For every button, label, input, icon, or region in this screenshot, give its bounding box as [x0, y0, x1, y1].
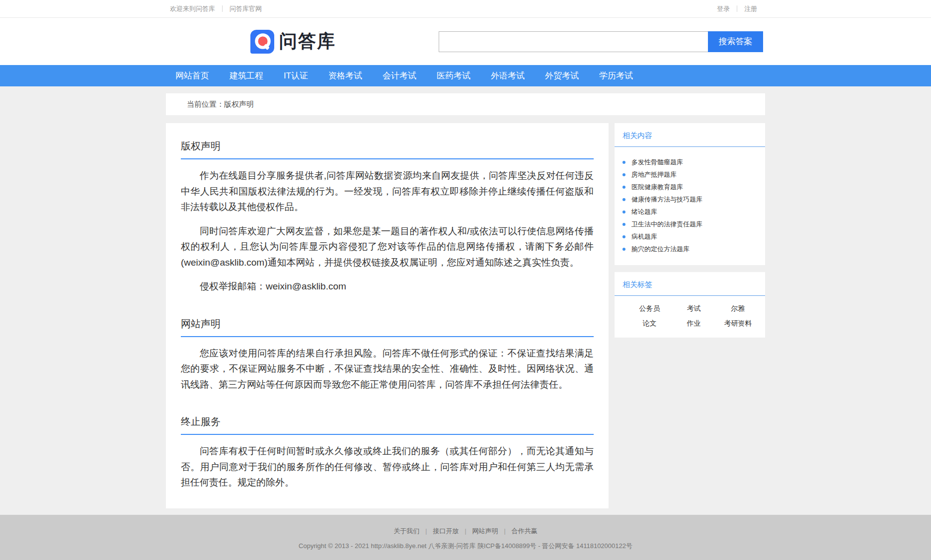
divider — [222, 5, 223, 12]
tag-link[interactable]: 尔雅 — [716, 302, 760, 315]
divider: | — [504, 528, 506, 535]
nav-item-foreign-trade[interactable]: 外贸考试 — [545, 70, 579, 81]
tag-link[interactable]: 作业 — [672, 317, 716, 330]
related-tags-card: 相关标签 公务员 考试 尔雅 论文 作业 考研资料 — [615, 272, 765, 338]
nav-item-it-cert[interactable]: IT认证 — [284, 70, 308, 81]
related-link[interactable]: 绪论题库 — [631, 208, 657, 216]
section-site-statement: 网站声明 您应该对使用问答库的结果自行承担风险。问答库不做任何形式的保证：不保证… — [181, 294, 594, 393]
section-copyright-statement: 版权声明 作为在线题目分享服务提供者,问答库网站数据资源均来自网友提供，问答库坚… — [181, 123, 594, 294]
nav-item-qualification[interactable]: 资格考试 — [328, 70, 362, 81]
bullet-icon — [622, 223, 625, 226]
topbar-right: 登录 注册 — [717, 4, 765, 13]
section-heading: 版权声明 — [181, 123, 594, 159]
list-item[interactable]: 健康传播方法与技巧题库 — [622, 193, 757, 206]
bullet-icon — [622, 248, 625, 251]
main-navigation: 网站首页 建筑工程 IT认证 资格考试 会计考试 医药考试 外语考试 外贸考试 … — [0, 65, 931, 86]
section-title: 终止服务 — [181, 415, 594, 428]
search-button[interactable]: 搜索答案 — [708, 31, 763, 52]
logo-q-icon — [250, 30, 274, 54]
related-link[interactable]: 健康传播方法与技巧题库 — [631, 195, 702, 204]
bullet-icon — [622, 198, 625, 201]
paragraph: 问答库有权于任何时间暂时或永久修改或终止我们的服务（或其任何部分），而无论其通知… — [181, 443, 594, 490]
nav-item-home[interactable]: 网站首页 — [175, 70, 209, 81]
breadcrumb: 当前位置：版权声明 — [166, 100, 254, 109]
paragraph: 作为在线题目分享服务提供者,问答库网站数据资源均来自网友提供，问答库坚决反对任何… — [181, 168, 594, 215]
related-link[interactable]: 腧穴的定位方法题库 — [631, 245, 690, 254]
related-link[interactable]: 房地产抵押题库 — [631, 170, 677, 179]
related-content-title: 相关内容 — [622, 131, 652, 140]
related-link[interactable]: 多发性骨髓瘤题库 — [631, 158, 683, 167]
list-item[interactable]: 卫生法中的法律责任题库 — [622, 218, 757, 230]
bullet-icon — [622, 161, 625, 164]
list-item[interactable]: 绪论题库 — [622, 206, 757, 218]
section-termination: 终止服务 问答库有权于任何时间暂时或永久修改或终止我们的服务（或其任何部分），而… — [181, 392, 594, 490]
official-site-link[interactable]: 问答库官网 — [230, 4, 262, 13]
footer: 关于我们 | 接口开放 | 网站声明 | 合作共赢 Copyright © 20… — [0, 515, 931, 560]
bullet-icon — [622, 210, 625, 213]
header: 问答库 搜索答案 — [0, 18, 931, 65]
breadcrumb-current: 版权声明 — [224, 100, 254, 108]
nav-item-construction[interactable]: 建筑工程 — [230, 70, 263, 81]
section-heading: 网站声明 — [181, 294, 594, 337]
main-content-card: 版权声明 作为在线题目分享服务提供者,问答库网站数据资源均来自网友提供，问答库坚… — [166, 123, 609, 508]
list-item[interactable]: 病机题库 — [622, 230, 757, 243]
footer-link-about[interactable]: 关于我们 — [393, 527, 419, 536]
topbar-left: 欢迎来到问答库 问答库官网 — [166, 4, 262, 13]
tag-link[interactable]: 考研资料 — [716, 317, 760, 330]
report-email-line: 侵权举报邮箱：weixin@asklib.com — [181, 279, 594, 294]
divider: | — [425, 528, 427, 535]
paragraph: 同时问答库欢迎广大网友监督，如果您是某一题目的著作权人和/或依法可以行使信息网络… — [181, 223, 594, 271]
footer-links: 关于我们 | 接口开放 | 网站声明 | 合作共赢 — [0, 527, 931, 536]
related-tags-title: 相关标签 — [622, 280, 652, 288]
breadcrumb-label: 当前位置： — [187, 100, 224, 108]
bullet-icon — [622, 235, 625, 238]
bullet-icon — [622, 173, 625, 176]
breadcrumb-bar: 当前位置：版权声明 — [166, 93, 765, 115]
search-input[interactable] — [439, 31, 708, 52]
tag-link[interactable]: 考试 — [672, 302, 716, 315]
footer-link-cooperation[interactable]: 合作共赢 — [512, 527, 538, 536]
copyright-text: Copyright © 2013 - 2021 http://asklib.8y… — [0, 542, 931, 551]
logo[interactable]: 问答库 — [250, 29, 336, 54]
related-content-card: 相关内容 多发性骨髓瘤题库 房地产抵押题库 医院健康教育题库 健康传播方法与技巧… — [615, 123, 765, 265]
related-link[interactable]: 病机题库 — [631, 232, 657, 241]
list-item[interactable]: 医院健康教育题库 — [622, 181, 757, 193]
footer-link-statement[interactable]: 网站声明 — [472, 527, 498, 536]
nav-item-foreign-language[interactable]: 外语考试 — [491, 70, 525, 81]
bullet-icon — [622, 186, 625, 189]
nav-item-accounting[interactable]: 会计考试 — [383, 70, 416, 81]
related-tags-header: 相关标签 — [615, 272, 765, 296]
page-body: 当前位置：版权声明 版权声明 作为在线题目分享服务提供者,问答库网站数据资源均来… — [0, 86, 931, 515]
paragraph: 您应该对使用问答库的结果自行承担风险。问答库不做任何形式的保证：不保证查找结果满… — [181, 346, 594, 393]
tag-link[interactable]: 论文 — [627, 317, 672, 330]
tags-grid: 公务员 考试 尔雅 论文 作业 考研资料 — [615, 296, 765, 338]
nav-item-education[interactable]: 学历考试 — [599, 70, 633, 81]
section-title: 版权声明 — [181, 140, 594, 153]
login-link[interactable]: 登录 — [717, 4, 730, 13]
search-group: 搜索答案 — [439, 31, 763, 52]
section-title: 网站声明 — [181, 317, 594, 331]
sidebar: 相关内容 多发性骨髓瘤题库 房地产抵押题库 医院健康教育题库 健康传播方法与技巧… — [615, 123, 765, 338]
list-item[interactable]: 多发性骨髓瘤题库 — [622, 156, 757, 168]
register-link[interactable]: 注册 — [744, 4, 757, 13]
related-content-header: 相关内容 — [615, 123, 765, 147]
nav-item-medical[interactable]: 医药考试 — [437, 70, 470, 81]
divider — [737, 5, 737, 12]
topbar: 欢迎来到问答库 问答库官网 登录 注册 — [0, 0, 931, 18]
footer-link-api[interactable]: 接口开放 — [433, 527, 459, 536]
related-content-list: 多发性骨髓瘤题库 房地产抵押题库 医院健康教育题库 健康传播方法与技巧题库 绪论… — [615, 147, 765, 265]
welcome-text: 欢迎来到问答库 — [170, 4, 215, 13]
section-heading: 终止服务 — [181, 392, 594, 435]
related-link[interactable]: 医院健康教育题库 — [631, 183, 683, 192]
logo-text: 问答库 — [279, 29, 336, 54]
divider: | — [465, 528, 466, 535]
list-item[interactable]: 房地产抵押题库 — [622, 168, 757, 181]
related-link[interactable]: 卫生法中的法律责任题库 — [631, 220, 702, 229]
list-item[interactable]: 腧穴的定位方法题库 — [622, 243, 757, 255]
tag-link[interactable]: 公务员 — [627, 302, 672, 315]
